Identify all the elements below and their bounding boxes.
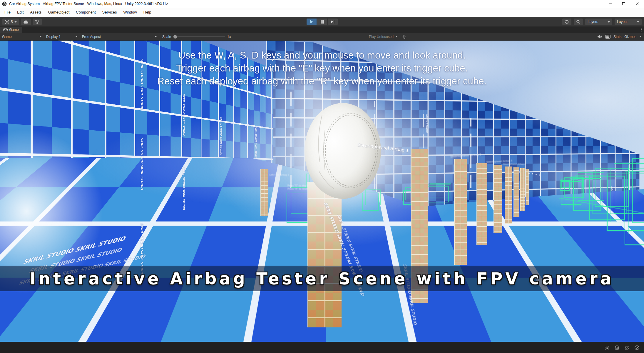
menu-gameobject[interactable]: GameObject (45, 10, 73, 14)
cloud-icon (23, 20, 29, 24)
chevron-down-icon (75, 36, 78, 39)
menu-assets[interactable]: Assets (27, 10, 45, 14)
layers-dropdown[interactable]: Layers (585, 19, 612, 25)
banner-text: Interactive Airbag Tester Scene with FPV… (30, 269, 614, 288)
wall-watermark: SKRIL STUDIO SKRIL STUDIO (182, 94, 185, 136)
wall-watermark: SKRIL STUDIO (426, 114, 428, 133)
wall-watermark: SKRIL STUDIO SKRIL STUDIO (182, 167, 185, 210)
branch-icon (35, 20, 39, 24)
history-icon (565, 20, 569, 24)
instruction-line2: Trigger each airbag with the "E" key whe… (0, 62, 644, 75)
close-button[interactable] (630, 0, 644, 8)
scale-slider-thumb[interactable] (173, 35, 177, 39)
wall-watermark: SKRIL STUDIO SKRIL STUDIO (255, 126, 257, 159)
game-viewport[interactable]: SKRIL STUDIO SKRIL STUDIO SKRIL STUDIO S… (0, 41, 644, 342)
minimize-button[interactable] (603, 0, 617, 8)
undo-history-button[interactable] (562, 19, 571, 25)
version-control-button[interactable] (33, 19, 42, 25)
airbag-seams (305, 103, 381, 199)
pause-button[interactable] (317, 19, 327, 25)
keyboard-icon[interactable] (605, 35, 610, 39)
title-banner: Interactive Airbag Tester Scene with FPV… (0, 266, 644, 291)
cache-disabled-icon[interactable] (613, 344, 620, 351)
game-view-toolbar: Game Display 1 Free Aspect Scale 1x Play… (0, 33, 644, 41)
menubar: File Edit Assets GameObject Component Se… (0, 8, 644, 17)
scale-label: Scale (162, 35, 171, 39)
distant-pillar-label: Left Side Airbag 1 (270, 174, 289, 176)
maximize-button[interactable] (617, 0, 630, 8)
step-button[interactable] (328, 19, 338, 25)
display-label: Display 1 (46, 35, 61, 39)
tab-game[interactable]: Game (0, 27, 22, 33)
account-dropdown[interactable]: S (2, 19, 19, 25)
distant-pillar (260, 169, 268, 216)
debugger-disabled-icon[interactable] (603, 344, 610, 351)
airbag (305, 103, 381, 199)
play-mode-dropdown[interactable]: Play Unfocused (369, 35, 394, 39)
scale-slider[interactable] (173, 36, 225, 37)
main-toolbar: S (0, 17, 644, 27)
wall-watermark: SKRIL STUDIO SKRIL STUDIO (140, 138, 144, 190)
instruction-line3: Reset each deployed airbag with the "R" … (0, 75, 644, 88)
search-icon (576, 20, 581, 24)
trigger-cube (426, 186, 449, 202)
chevron-down-icon (608, 21, 610, 24)
minimize-icon (609, 4, 612, 4)
distant-airbag-label: Steeringhweel Airbag 4 (503, 163, 526, 165)
tab-options-kebab-icon[interactable] (641, 28, 642, 29)
wall-watermark: SKRIL STUDIO SKRIL STUDIO (220, 117, 223, 155)
distant-pole (470, 118, 471, 188)
unity-logo-icon (2, 1, 7, 6)
chevron-down-icon (395, 36, 398, 39)
display-dropdown[interactable]: Display 1 (44, 33, 80, 40)
aspect-label: Free Aspect (82, 35, 101, 39)
brick-pillar (476, 163, 487, 245)
account-icon (5, 20, 9, 24)
maximize-icon (622, 2, 625, 5)
brick-pillar (505, 166, 512, 224)
step-icon (331, 20, 334, 24)
view-mode-label: Game (2, 35, 12, 39)
distant-pole (290, 91, 292, 188)
gamepad-icon (3, 28, 8, 31)
menu-services[interactable]: Services (99, 10, 120, 14)
window-title: Car Airbag System - Airbag FPV Tester Sc… (9, 2, 168, 6)
window-titlebar: Car Airbag System - Airbag FPV Tester Sc… (0, 0, 644, 8)
account-initial: S (11, 20, 13, 24)
distant-specks (528, 173, 530, 174)
tabbar: Game (0, 27, 644, 33)
layout-dropdown[interactable]: Layout (615, 19, 642, 25)
stats-button[interactable]: Stats (613, 35, 621, 39)
brick-pillar (520, 168, 525, 211)
brick-pillar (513, 167, 519, 217)
menu-file[interactable]: File (1, 10, 14, 14)
search-button[interactable] (574, 19, 583, 25)
chevron-down-icon (39, 36, 42, 39)
game-tab-label: Game (9, 28, 19, 32)
mute-audio-icon[interactable] (597, 34, 602, 39)
chevron-down-icon (637, 21, 639, 24)
aspect-dropdown[interactable]: Free Aspect (80, 33, 159, 40)
close-icon (635, 2, 639, 6)
menu-component[interactable]: Component (73, 10, 99, 14)
brick-pillar (494, 165, 502, 233)
view-mode-dropdown[interactable]: Game (0, 33, 44, 40)
menu-window[interactable]: Window (120, 10, 140, 14)
brick-pillar (454, 159, 467, 265)
instructions: Use the W, A, S, D keys and your mouse t… (0, 49, 644, 88)
play-button[interactable] (307, 19, 317, 25)
statusbar (0, 342, 644, 353)
chevron-down-icon (639, 36, 642, 39)
cloud-button[interactable] (21, 19, 31, 25)
menu-edit[interactable]: Edit (14, 10, 27, 14)
chevron-down-icon (14, 21, 17, 24)
activity-ok-icon[interactable] (633, 344, 640, 351)
play-icon (310, 20, 313, 24)
debug-bug-icon[interactable] (402, 34, 407, 39)
pause-icon (321, 20, 324, 24)
instruction-line1: Use the W, A, S, D keys and your mouse t… (0, 49, 644, 62)
brick-pillar (526, 169, 529, 205)
gizmos-dropdown[interactable]: Gizmos (624, 35, 636, 39)
auto-refresh-disabled-icon[interactable] (623, 344, 630, 351)
menu-help[interactable]: Help (140, 10, 155, 14)
